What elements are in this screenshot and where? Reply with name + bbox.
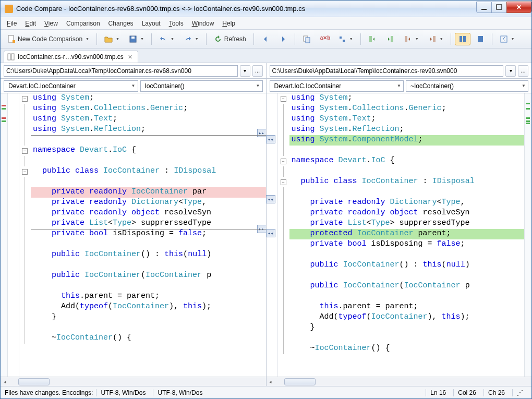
menu-tools[interactable]: Tools — [169, 20, 184, 27]
code-line[interactable]: using System.Collections.Generic; — [31, 104, 266, 114]
left-path-browse[interactable]: … — [252, 65, 263, 77]
menu-help[interactable]: Help — [222, 20, 235, 27]
code-line[interactable] — [289, 333, 525, 344]
resize-grip-icon[interactable]: ⋰ — [512, 389, 527, 396]
code-line[interactable] — [31, 156, 266, 166]
merge-arrow-icon[interactable]: ◂◂ — [267, 195, 275, 203]
undo-button[interactable]: ▼ — [155, 33, 178, 45]
code-line[interactable] — [31, 239, 266, 250]
menu-file[interactable]: File — [7, 20, 17, 27]
right-hscrollbar[interactable]: ◂ — [267, 377, 532, 386]
menu-comparison[interactable]: Comparison — [66, 20, 100, 27]
fold-toggle-icon[interactable]: − — [281, 96, 286, 102]
prev-diff-button[interactable] — [258, 33, 273, 45]
copy-left-button[interactable] — [299, 33, 315, 45]
maximize-button[interactable] — [491, 2, 507, 13]
merge-all-left-button[interactable]: ▼ — [400, 33, 422, 45]
merge-arrow-icon[interactable]: ◂◂ — [267, 135, 275, 143]
code-line[interactable]: private readonly object resolveSyn — [31, 208, 266, 219]
minimize-button[interactable] — [476, 2, 492, 13]
code-line[interactable]: using System.Collections.Generic; — [289, 104, 525, 114]
merge-right-button[interactable] — [382, 33, 398, 45]
code-line[interactable] — [289, 166, 525, 177]
code-line[interactable] — [289, 250, 525, 260]
save-button[interactable]: ▼ — [125, 33, 148, 45]
code-line[interactable]: this.parent = parent; — [289, 302, 525, 312]
left-method-combo[interactable]: IocContainer()▼ — [140, 80, 263, 92]
code-line[interactable]: Add(typeof(IocContainer), this); — [31, 302, 266, 312]
merge-arrow-icon[interactable]: ◂◂ — [267, 229, 275, 237]
code-line[interactable]: using System; — [31, 93, 266, 104]
code-line[interactable]: Add(typeof(IocContainer), this); — [289, 312, 525, 323]
toggle-case-button[interactable]: a✕b — [317, 33, 332, 45]
code-line[interactable] — [31, 177, 266, 187]
new-comparison-button[interactable]: New Code Comparison▼ — [4, 33, 93, 45]
next-diff-button[interactable] — [275, 33, 291, 45]
left-overview[interactable] — [1, 93, 8, 377]
code-line[interactable] — [31, 281, 266, 292]
code-line[interactable]: ~IocContainer() { — [31, 333, 266, 344]
code-line[interactable]: private bool isDisposing = false; — [31, 229, 266, 239]
menu-layout[interactable]: Layout — [142, 20, 161, 27]
code-line[interactable]: using System.Text; — [31, 114, 266, 125]
left-path-dropdown[interactable]: ▾ — [240, 65, 250, 77]
code-line[interactable] — [31, 135, 266, 146]
code-line[interactable]: } — [289, 323, 525, 333]
code-line[interactable]: private readonly IocContainer par — [31, 187, 266, 198]
right-path-input[interactable]: C:\Users\Duke\AppData\Local\Temp\IocCont… — [270, 65, 504, 77]
code-line[interactable]: private readonly Dictionary<Type, — [289, 198, 525, 208]
code-line[interactable]: protected IocContainer parent; — [289, 229, 525, 239]
menu-window[interactable]: Window — [192, 20, 214, 27]
code-line[interactable]: using System.Text; — [289, 114, 525, 125]
fold-toggle-icon[interactable]: − — [22, 96, 28, 102]
code-line[interactable] — [289, 187, 525, 198]
left-path-input[interactable]: C:\Users\Duke\AppData\Local\Temp\IocCont… — [4, 65, 238, 77]
redo-button[interactable]: ▼ — [180, 33, 202, 45]
left-code[interactable]: ▸▸ ▸▸ ▸▸ using System;using System.Colle… — [31, 93, 266, 377]
code-line[interactable] — [289, 292, 525, 302]
fold-toggle-icon[interactable]: − — [22, 169, 28, 175]
code-line[interactable]: } — [31, 312, 266, 323]
code-line[interactable] — [31, 323, 266, 333]
code-line[interactable]: private readonly Dictionary<Type, — [31, 198, 266, 208]
merge-left-button[interactable] — [365, 33, 380, 45]
code-line[interactable]: private List<Type> supprerssedType — [289, 219, 525, 229]
right-class-combo[interactable]: Devart.IoC.IocContainer▼ — [270, 80, 404, 92]
right-path-browse[interactable]: … — [518, 65, 528, 77]
toggle-sync-button[interactable]: ▼ — [496, 33, 518, 45]
code-line[interactable]: private List<Type> supprerssedType — [31, 219, 266, 229]
code-line[interactable]: using System.ComponentModel; — [289, 135, 525, 146]
fold-toggle-icon[interactable]: − — [281, 179, 286, 185]
code-line[interactable]: private bool isDisposing = false; — [289, 239, 525, 250]
code-line[interactable]: public class IocContainer : IDisposal — [31, 166, 266, 177]
code-line[interactable] — [289, 146, 525, 156]
code-line[interactable]: namespace Devart.IoC { — [31, 146, 266, 156]
code-line[interactable]: public IocContainer() : this(null) — [289, 260, 525, 271]
menu-changes[interactable]: Changes — [108, 20, 134, 27]
code-line[interactable]: namespace Devart.IoC { — [289, 156, 525, 166]
code-line[interactable]: public IocContainer(IocContainer p — [31, 271, 266, 281]
menu-view[interactable]: View — [44, 20, 58, 27]
code-line[interactable]: private readonly object resolveSyn — [289, 208, 525, 219]
code-line[interactable]: using System; — [289, 93, 525, 104]
right-path-dropdown[interactable]: ▾ — [505, 65, 516, 77]
right-method-combo[interactable]: ~IocContainer()▼ — [406, 80, 528, 92]
code-line[interactable]: using System.Reflection; — [289, 125, 525, 135]
refresh-button[interactable]: Refresh — [210, 33, 250, 45]
merge-all-right-button[interactable]: ▼ — [425, 33, 447, 45]
fold-toggle-icon[interactable]: − — [281, 159, 286, 164]
code-line[interactable]: using System.Reflection; — [31, 125, 266, 135]
code-line[interactable]: ~IocContainer() { — [289, 344, 525, 354]
tab-close-icon[interactable]: ✕ — [127, 54, 134, 61]
left-hscrollbar[interactable]: ◂ — [1, 377, 266, 386]
whitespace-button[interactable]: ▼ — [334, 33, 357, 45]
code-line[interactable]: public IocContainer(IocContainer p — [289, 281, 525, 292]
open-button[interactable]: ▼ — [101, 33, 123, 45]
code-line[interactable] — [289, 271, 525, 281]
code-line[interactable] — [31, 260, 266, 271]
menu-edit[interactable]: Edit — [25, 20, 36, 27]
fold-toggle-icon[interactable]: − — [22, 148, 28, 154]
right-overview[interactable] — [524, 93, 531, 377]
close-button[interactable]: ✕ — [506, 2, 531, 13]
code-line[interactable]: public class IocContainer : IDisposal — [289, 177, 525, 187]
